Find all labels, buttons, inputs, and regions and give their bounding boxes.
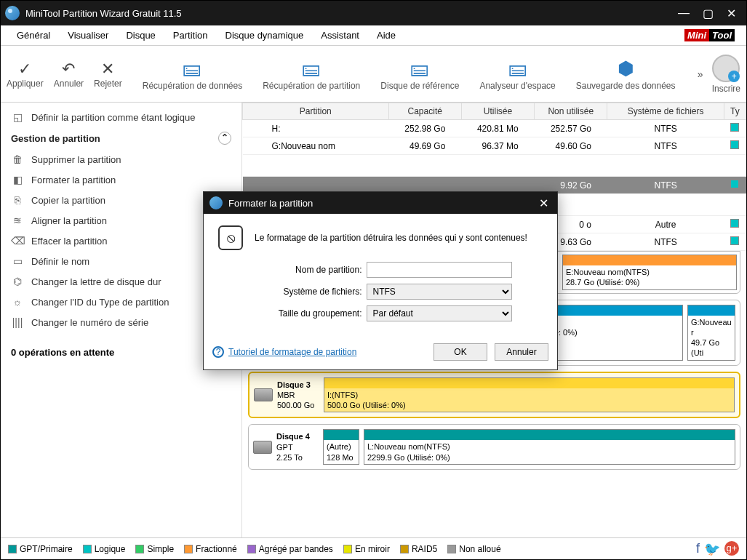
facebook-icon[interactable]: f xyxy=(696,541,700,557)
toolbar: ✓Appliquer ↶Annuler ✕Rejeter 🖴Récupérati… xyxy=(1,46,746,103)
sidebar-item-typeid[interactable]: ☼Changer l'ID du Type de partition xyxy=(11,292,231,312)
sidebar-item-copy[interactable]: ⎘Copier la partition xyxy=(11,190,231,210)
sidebar-item-delete[interactable]: 🗑Supprimer la partition xyxy=(11,149,231,169)
legend-item: En miroir xyxy=(343,544,390,554)
gear-icon: ☼ xyxy=(11,296,24,308)
statusbar: GPT/Primaire Logique Simple Fractionné A… xyxy=(1,537,746,559)
sidebar-item-wipe[interactable]: ⌫Effacer la partition xyxy=(11,231,231,251)
more-tools-button[interactable]: » xyxy=(698,68,703,80)
twitter-icon[interactable]: 🐦 xyxy=(704,541,720,557)
drive-letter-icon: ⌬ xyxy=(11,276,24,287)
col-used[interactable]: Utilisée xyxy=(461,103,534,120)
collapse-button[interactable]: ⌃ xyxy=(218,132,231,145)
col-fs[interactable]: Système de fichiers xyxy=(607,103,724,120)
col-partition[interactable]: Partition xyxy=(243,103,389,120)
cluster-select[interactable]: Par défaut xyxy=(367,305,512,321)
menu-disque[interactable]: Disque xyxy=(117,28,164,42)
app-icon xyxy=(209,196,223,209)
legend-item: Simple xyxy=(135,544,174,554)
partition-icon: ◱ xyxy=(11,111,24,123)
window-title: MiniTool Partition Wizard Gratuit 11.5 xyxy=(25,8,678,19)
partition-recovery-button[interactable]: 🖴Récupération de partition xyxy=(263,57,360,91)
col-type[interactable]: Ty xyxy=(724,103,746,120)
cancel-button[interactable]: Annuler xyxy=(495,343,548,361)
table-row[interactable]: G:Nouveau nom49.69 Go96.37 Mo49.60 GoNTF… xyxy=(243,137,746,155)
eraser-icon: ⌫ xyxy=(11,235,24,247)
close-button[interactable]: ✕ xyxy=(727,7,736,20)
help-icon: ? xyxy=(212,346,224,358)
barcode-icon: |||| xyxy=(11,316,24,328)
warning-icon: ⦸ xyxy=(218,225,243,250)
hdd-icon xyxy=(253,441,272,454)
partition-block[interactable]: E:Nouveau nom(NTFS) 28.7 Go (Utilisé: 0%… xyxy=(562,255,737,290)
menu-visualiser[interactable]: Visualiser xyxy=(59,28,117,42)
undo-button[interactable]: ↶Annuler xyxy=(54,60,84,89)
col-free[interactable]: Non utilisée xyxy=(535,103,607,120)
menu-aide[interactable]: Aide xyxy=(368,28,404,42)
rename-icon: ▭ xyxy=(11,255,24,267)
data-recovery-button[interactable]: 🖴Récupération de données xyxy=(143,57,242,91)
check-icon: ✓ xyxy=(7,60,44,79)
usage-bar xyxy=(563,255,736,265)
sidebar-item-align[interactable]: ≋Aligner la partition xyxy=(11,210,231,231)
register-button[interactable]: Inscrire xyxy=(712,55,740,94)
pending-ops: 0 opérations en attente xyxy=(11,347,231,358)
trash-icon: 🗑 xyxy=(11,153,24,165)
align-icon: ≋ xyxy=(11,215,24,226)
apply-button[interactable]: ✓Appliquer xyxy=(7,60,44,89)
app-icon xyxy=(5,6,20,20)
legend-item: Agrégé par bandes xyxy=(247,544,333,554)
minimize-button[interactable]: — xyxy=(678,7,690,20)
disk-row-selected[interactable]: Disque 3MBR500.00 Go I:(NTFS)500.0 Go (U… xyxy=(248,372,740,419)
backup-button[interactable]: ⬢Sauvegarde des données xyxy=(576,57,676,91)
hdd-icon xyxy=(254,388,273,401)
maximize-button[interactable]: ▢ xyxy=(703,7,714,20)
label-name: Nom de partition: xyxy=(249,265,362,275)
titlebar: MiniTool Partition Wizard Gratuit 11.5 —… xyxy=(1,1,746,25)
menu-partition[interactable]: Partition xyxy=(164,28,217,42)
legend-item: RAID5 xyxy=(400,544,437,554)
partition-block[interactable]: G:Nouveau r49.7 Go (Uti xyxy=(687,305,735,361)
partition-name-input[interactable] xyxy=(367,262,512,278)
label-fs: Système de fichiers: xyxy=(249,287,362,297)
table-row[interactable]: H:252.98 Go420.81 Mo252.57 GoNTFS xyxy=(243,120,746,137)
benchmark-button[interactable]: 🖴Disque de référence xyxy=(380,57,459,91)
help-link[interactable]: Tutoriel de formatage de partition xyxy=(228,347,356,357)
col-capacity[interactable]: Capacité xyxy=(388,103,461,120)
legend-item: Non alloué xyxy=(447,544,500,554)
partition-block[interactable]: (Autre)128 Mo xyxy=(323,429,359,465)
undo-icon: ↶ xyxy=(54,60,84,79)
hdd-scan-icon: 🖴 xyxy=(479,57,555,81)
googleplus-icon[interactable]: g+ xyxy=(724,541,739,556)
sidebar-item-logical[interactable]: ◱Définir la partition comme étant logiqu… xyxy=(11,107,231,127)
sidebar-item-label[interactable]: ▭Définir le nom xyxy=(11,251,231,271)
ok-button[interactable]: OK xyxy=(434,343,487,361)
menu-assistant[interactable]: Assistant xyxy=(312,28,368,42)
space-analyzer-button[interactable]: 🖴Analyseur d'espace xyxy=(479,57,555,91)
sidebar-item-serial[interactable]: ||||Changer le numéro de série xyxy=(11,312,231,332)
warning-text: Le formatage de la partition détruira le… xyxy=(255,233,527,243)
menubar: Général Visualiser Disque Partition Disq… xyxy=(1,25,746,46)
disk-row[interactable]: Disque 4GPT2.25 To (Autre)128 Mo L:Nouve… xyxy=(248,424,740,470)
user-plus-icon xyxy=(712,55,740,82)
legend-item: GPT/Primaire xyxy=(8,544,73,554)
partition-block[interactable]: L:Nouveau nom(NTFS)2299.9 Go (Utilisé: 0… xyxy=(364,429,735,465)
sidebar-item-letter[interactable]: ⌬Changer la lettre de disque dur xyxy=(11,271,231,292)
format-icon: ◧ xyxy=(11,174,24,185)
menu-general[interactable]: Général xyxy=(8,28,59,42)
hdd-clock-icon: 🖴 xyxy=(263,57,360,81)
brand-logo: MiniTool xyxy=(684,30,735,41)
discard-button[interactable]: ✕Rejeter xyxy=(94,60,122,89)
copy-icon: ⎘ xyxy=(11,194,24,206)
menu-dyn[interactable]: Disque dynamique xyxy=(217,28,313,42)
sidebar-item-format[interactable]: ◧Formater la partition xyxy=(11,169,231,190)
dropbox-icon: ⬢ xyxy=(576,57,676,81)
label-cluster: Taille du groupement: xyxy=(249,308,362,319)
filesystem-select[interactable]: NTFS xyxy=(367,284,512,300)
close-icon[interactable]: ✕ xyxy=(536,196,551,210)
legend-item: Logique xyxy=(83,544,126,554)
legend-item: Fractionné xyxy=(184,544,237,554)
hdd-ref-icon: 🖴 xyxy=(380,57,459,81)
x-icon: ✕ xyxy=(94,60,122,79)
partition-block[interactable]: I:(NTFS)500.0 Go (Utilisé: 0%) xyxy=(324,377,735,413)
